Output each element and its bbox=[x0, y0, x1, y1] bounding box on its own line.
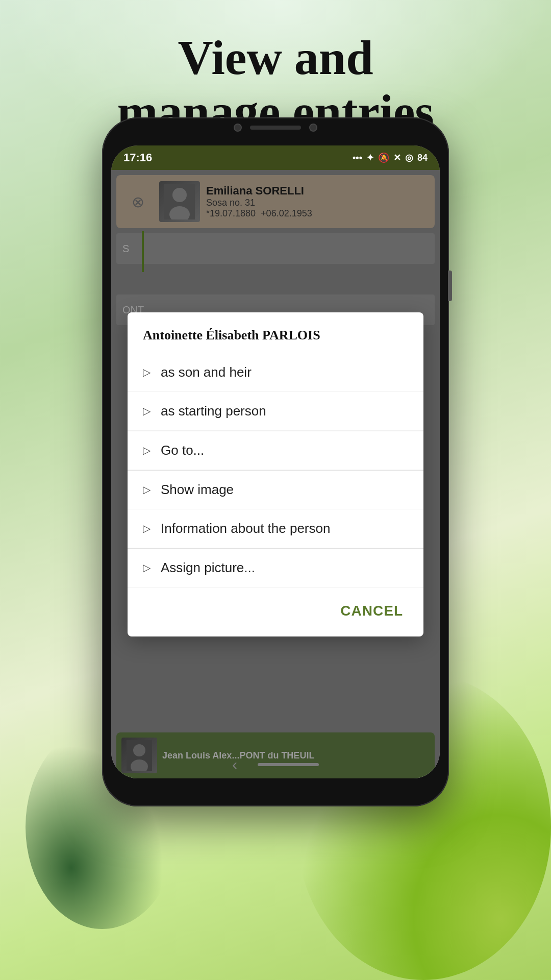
as-son-heir-label: as son and heir bbox=[161, 364, 252, 380]
dialog-item-show-image[interactable]: ▷ Show image bbox=[128, 471, 423, 509]
chevron-icon-2: ▷ bbox=[143, 405, 151, 417]
bluetooth-icon: ✦ bbox=[366, 152, 374, 163]
as-starting-person-label: as starting person bbox=[161, 403, 266, 419]
speaker-bar bbox=[250, 126, 301, 130]
status-bar: 17:16 ••• ✦ 🔕 ✕ ◎ 84 bbox=[111, 145, 440, 170]
chevron-icon-4: ▷ bbox=[143, 483, 151, 496]
chevron-icon-3: ▷ bbox=[143, 444, 151, 456]
dialog-item-as-son-heir[interactable]: ▷ as son and heir bbox=[128, 353, 423, 392]
chevron-icon-6: ▷ bbox=[143, 561, 151, 574]
status-icons: ••• ✦ 🔕 ✕ ◎ 84 bbox=[353, 152, 428, 163]
battery-level: 84 bbox=[417, 153, 428, 163]
dialog-item-assign-picture[interactable]: ▷ Assign picture... bbox=[128, 549, 423, 587]
battery-x-icon: ✕ bbox=[393, 152, 401, 163]
power-button bbox=[448, 271, 452, 301]
dialog-cancel-row: CANCEL bbox=[128, 587, 423, 636]
phone-camera-area bbox=[234, 124, 317, 132]
phone-frame: 17:16 ••• ✦ 🔕 ✕ ◎ 84 Shakespeare 👤 ⌂ ⊗ bbox=[102, 117, 449, 806]
go-to-label: Go to... bbox=[161, 443, 204, 458]
screen-content: ⊗ Emiliana SORELLI Sosa no. 31 *19.07 bbox=[111, 170, 440, 778]
dialog-item-information[interactable]: ▷ Information about the person bbox=[128, 509, 423, 548]
show-image-label: Show image bbox=[161, 482, 234, 498]
context-menu-dialog: Antoinette Élisabeth PARLOIS ▷ as son an… bbox=[128, 312, 423, 636]
chevron-icon-1: ▷ bbox=[143, 366, 151, 378]
dialog-title: Antoinette Élisabeth PARLOIS bbox=[128, 312, 423, 353]
dialog-item-go-to[interactable]: ▷ Go to... bbox=[128, 431, 423, 470]
dialog-item-as-starting-person[interactable]: ▷ as starting person bbox=[128, 392, 423, 431]
phone-screen: 17:16 ••• ✦ 🔕 ✕ ◎ 84 Shakespeare 👤 ⌂ ⊗ bbox=[111, 145, 440, 778]
modal-overlay: Antoinette Élisabeth PARLOIS ▷ as son an… bbox=[111, 170, 440, 778]
camera-dot-right bbox=[309, 124, 317, 132]
information-label: Information about the person bbox=[161, 521, 330, 536]
wifi-icon: ◎ bbox=[405, 152, 413, 163]
camera-dot-left bbox=[234, 124, 242, 132]
mute-icon: 🔕 bbox=[378, 152, 389, 163]
status-time: 17:16 bbox=[123, 151, 152, 164]
cancel-button[interactable]: CANCEL bbox=[335, 598, 408, 624]
assign-picture-label: Assign picture... bbox=[161, 560, 255, 576]
chevron-icon-5: ▷ bbox=[143, 522, 151, 534]
signal-dots-icon: ••• bbox=[353, 153, 362, 163]
